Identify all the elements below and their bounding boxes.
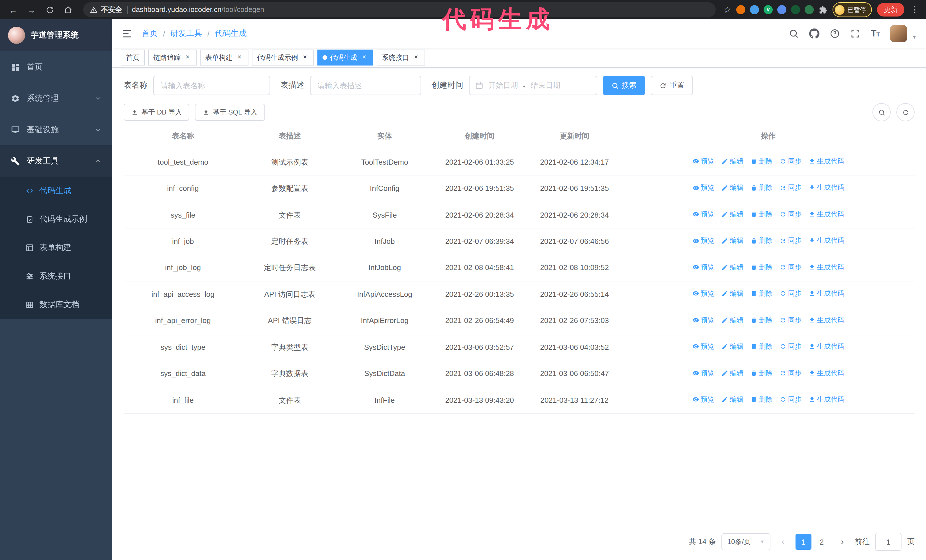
import-db-button[interactable]: 基于 DB 导入 bbox=[124, 104, 189, 121]
action-sync-link[interactable]: 同步 bbox=[779, 156, 802, 167]
tab-表单构建[interactable]: 表单构建× bbox=[200, 50, 248, 65]
sidebar-item-codegen-example[interactable]: 代码生成示例 bbox=[0, 205, 112, 234]
action-generate-link[interactable]: 生成代码 bbox=[808, 156, 844, 167]
action-sync-link[interactable]: 同步 bbox=[779, 341, 802, 352]
action-generate-link[interactable]: 生成代码 bbox=[808, 315, 844, 325]
extensions-puzzle-icon[interactable] bbox=[819, 5, 828, 14]
action-generate-link[interactable]: 生成代码 bbox=[808, 394, 844, 405]
action-sync-link[interactable]: 同步 bbox=[779, 368, 802, 378]
tab-链路追踪[interactable]: 链路追踪× bbox=[148, 50, 197, 65]
action-sync-link[interactable]: 同步 bbox=[779, 315, 802, 325]
tab-系统接口[interactable]: 系统接口× bbox=[377, 50, 425, 65]
extension-leaf-icon[interactable] bbox=[805, 5, 814, 14]
action-preview-link[interactable]: 预览 bbox=[692, 262, 714, 273]
sidebar-item-infrastructure[interactable]: 基础设施 bbox=[0, 114, 112, 145]
close-tab-icon[interactable]: × bbox=[360, 54, 368, 62]
extension-green-v-icon[interactable]: V bbox=[764, 5, 773, 14]
action-delete-link[interactable]: 删除 bbox=[750, 209, 772, 220]
action-delete-link[interactable]: 删除 bbox=[750, 262, 772, 273]
action-edit-link[interactable]: 编辑 bbox=[721, 183, 743, 193]
date-range-picker[interactable]: 开始日期 - 结束日期 bbox=[469, 76, 597, 95]
action-preview-link[interactable]: 预览 bbox=[692, 341, 714, 352]
close-tab-icon[interactable]: × bbox=[412, 54, 420, 62]
action-sync-link[interactable]: 同步 bbox=[779, 288, 802, 299]
action-delete-link[interactable]: 删除 bbox=[750, 394, 772, 405]
refresh-table-button[interactable] bbox=[896, 103, 915, 121]
page-1-button[interactable]: 1 bbox=[796, 534, 811, 550]
close-tab-icon[interactable]: × bbox=[235, 54, 243, 62]
help-icon[interactable] bbox=[830, 29, 840, 39]
extension-blue-drop-icon[interactable] bbox=[750, 5, 759, 14]
import-sql-button[interactable]: 基于 SQL 导入 bbox=[195, 104, 265, 121]
goto-page-input[interactable] bbox=[875, 533, 902, 551]
action-delete-link[interactable]: 删除 bbox=[750, 341, 772, 352]
action-preview-link[interactable]: 预览 bbox=[692, 209, 714, 220]
action-preview-link[interactable]: 预览 bbox=[692, 368, 714, 378]
hamburger-icon[interactable] bbox=[121, 28, 133, 39]
action-edit-link[interactable]: 编辑 bbox=[721, 288, 743, 299]
sidebar-item-codegen[interactable]: 代码生成 bbox=[0, 177, 112, 205]
search-button[interactable]: 搜索 bbox=[603, 76, 645, 95]
tab-代码生成示例[interactable]: 代码生成示例× bbox=[252, 50, 314, 65]
action-delete-link[interactable]: 删除 bbox=[750, 183, 772, 193]
extension-people-icon[interactable] bbox=[777, 5, 787, 14]
action-generate-link[interactable]: 生成代码 bbox=[808, 288, 844, 299]
font-size-icon[interactable]: TT bbox=[871, 29, 880, 38]
action-sync-link[interactable]: 同步 bbox=[779, 262, 802, 273]
sidebar-item-devtools[interactable]: 研发工具 bbox=[0, 145, 112, 177]
action-edit-link[interactable]: 编辑 bbox=[721, 209, 743, 220]
action-generate-link[interactable]: 生成代码 bbox=[808, 262, 844, 273]
action-sync-link[interactable]: 同步 bbox=[779, 394, 802, 405]
sidebar-item-home[interactable]: 首页 bbox=[0, 51, 112, 83]
action-edit-link[interactable]: 编辑 bbox=[721, 262, 743, 273]
action-edit-link[interactable]: 编辑 bbox=[721, 394, 743, 405]
action-sync-link[interactable]: 同步 bbox=[779, 235, 802, 246]
table-desc-input[interactable] bbox=[310, 76, 421, 95]
next-page-button[interactable]: › bbox=[835, 534, 849, 550]
action-edit-link[interactable]: 编辑 bbox=[721, 235, 743, 246]
extension-dark-green-icon[interactable] bbox=[791, 5, 800, 14]
reload-button[interactable] bbox=[42, 2, 57, 17]
action-preview-link[interactable]: 预览 bbox=[692, 315, 714, 325]
chrome-update-button[interactable]: 更新 bbox=[877, 3, 904, 17]
breadcrumb-devtools[interactable]: 研发工具 bbox=[170, 29, 202, 39]
action-delete-link[interactable]: 删除 bbox=[750, 156, 772, 167]
page-size-select[interactable]: 10条/页 ▼ bbox=[722, 533, 770, 550]
tab-首页[interactable]: 首页 bbox=[121, 50, 145, 65]
action-edit-link[interactable]: 编辑 bbox=[721, 156, 743, 167]
github-icon[interactable] bbox=[809, 29, 819, 39]
chrome-menu-icon[interactable]: ⋮ bbox=[909, 5, 920, 15]
action-generate-link[interactable]: 生成代码 bbox=[808, 209, 844, 220]
action-generate-link[interactable]: 生成代码 bbox=[808, 183, 844, 193]
action-generate-link[interactable]: 生成代码 bbox=[808, 368, 844, 378]
action-preview-link[interactable]: 预览 bbox=[692, 183, 714, 193]
search-icon[interactable] bbox=[789, 29, 799, 39]
profile-paused-badge[interactable]: 已暂停 bbox=[832, 2, 872, 17]
action-generate-link[interactable]: 生成代码 bbox=[808, 341, 844, 352]
home-button[interactable] bbox=[61, 2, 75, 17]
security-status[interactable]: 不安全 bbox=[90, 5, 122, 15]
close-tab-icon[interactable]: × bbox=[301, 54, 309, 62]
reset-button[interactable]: 重置 bbox=[651, 76, 693, 95]
sidebar-item-form-builder[interactable]: 表单构建 bbox=[0, 234, 112, 262]
url-bar[interactable]: 不安全 dashboard.yudao.iocoder.cn/tool/code… bbox=[83, 2, 716, 17]
logo-row[interactable]: 芋道管理系统 bbox=[0, 20, 112, 51]
tab-代码生成[interactable]: 代码生成× bbox=[318, 50, 373, 65]
action-delete-link[interactable]: 删除 bbox=[750, 235, 772, 246]
sidebar-item-system-api[interactable]: 系统接口 bbox=[0, 262, 112, 291]
table-name-input[interactable] bbox=[153, 76, 270, 95]
action-sync-link[interactable]: 同步 bbox=[779, 209, 802, 220]
action-delete-link[interactable]: 删除 bbox=[750, 315, 772, 325]
close-tab-icon[interactable]: × bbox=[183, 54, 191, 62]
action-edit-link[interactable]: 编辑 bbox=[721, 368, 743, 378]
action-generate-link[interactable]: 生成代码 bbox=[808, 235, 844, 246]
prev-page-button[interactable]: ‹ bbox=[776, 534, 790, 550]
action-edit-link[interactable]: 编辑 bbox=[721, 341, 743, 352]
fullscreen-icon[interactable] bbox=[850, 29, 861, 39]
sidebar-item-system[interactable]: 系统管理 bbox=[0, 83, 112, 114]
action-preview-link[interactable]: 预览 bbox=[692, 288, 714, 299]
user-avatar[interactable] bbox=[890, 25, 907, 42]
action-delete-link[interactable]: 删除 bbox=[750, 288, 772, 299]
action-preview-link[interactable]: 预览 bbox=[692, 235, 714, 246]
bookmark-star-icon[interactable]: ☆ bbox=[723, 5, 731, 15]
